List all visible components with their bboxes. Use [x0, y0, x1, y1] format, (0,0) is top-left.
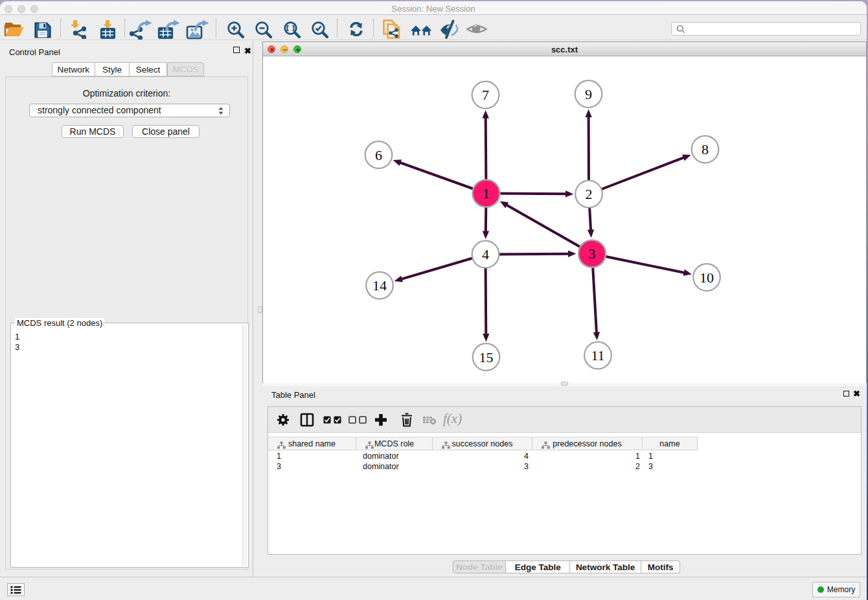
- svg-text:15: 15: [479, 349, 494, 365]
- svg-text:6: 6: [375, 147, 382, 163]
- svg-text:8: 8: [702, 141, 709, 157]
- svg-text:2: 2: [586, 186, 593, 202]
- svg-text:11: 11: [591, 347, 604, 363]
- svg-text:9: 9: [585, 86, 592, 102]
- svg-text:10: 10: [700, 270, 714, 286]
- svg-text:14: 14: [372, 277, 387, 294]
- svg-text:3: 3: [589, 246, 596, 262]
- svg-text:1: 1: [483, 185, 490, 202]
- svg-text:7: 7: [482, 87, 489, 103]
- svg-text:4: 4: [482, 246, 489, 262]
